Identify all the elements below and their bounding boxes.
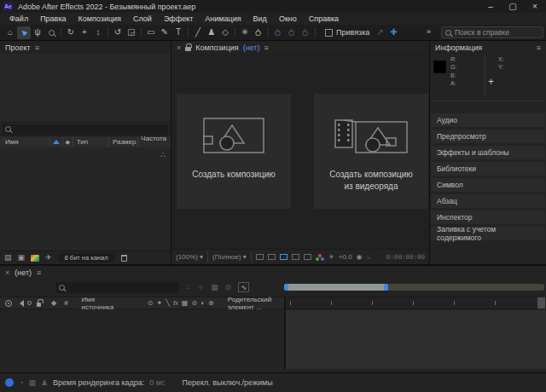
snap-options-icon[interactable]: ↗ <box>373 26 386 39</box>
lock-icon[interactable] <box>185 47 191 51</box>
menu-edit[interactable]: Правка <box>34 14 72 23</box>
home-icon[interactable]: ⌂ <box>3 26 17 39</box>
exposure-icon[interactable]: ☀ <box>328 253 334 261</box>
adjustment-switch-icon[interactable]: ◐ <box>200 299 205 307</box>
minimize-button[interactable]: – <box>479 0 502 13</box>
menu-composition[interactable]: Композиция <box>73 14 127 23</box>
timeline-tab-label[interactable]: (нет) <box>15 268 32 277</box>
timecode-display[interactable]: 0:00:00:00 <box>386 253 425 261</box>
menu-layer[interactable]: Слой <box>127 14 158 23</box>
snapshot-icon[interactable]: ◔ <box>19 379 23 387</box>
zoom-select[interactable]: (100%) ▾ <box>176 253 203 261</box>
snapshot-camera-icon[interactable]: ◉ <box>357 253 363 261</box>
menu-help[interactable]: Справка <box>303 14 345 23</box>
rotation-tool-icon[interactable]: ↺ <box>111 26 125 39</box>
column-type[interactable]: Тип <box>77 138 88 146</box>
puppet-pin-tool-icon[interactable]: Ϙ <box>252 26 265 39</box>
layer-list-area[interactable] <box>0 310 284 369</box>
work-area-bar[interactable] <box>284 284 544 291</box>
dock-tab-inspector[interactable]: Инспектор <box>431 210 545 224</box>
frame-blend-switch-icon[interactable]: ▦ <box>182 299 189 307</box>
new-folder-icon[interactable]: ▣ <box>18 254 26 262</box>
maximize-button[interactable]: ▢ <box>502 0 524 13</box>
quality-switch-icon[interactable]: ⊙ <box>148 299 154 307</box>
column-number[interactable]: # <box>64 299 67 307</box>
zoom-tool-icon[interactable] <box>44 26 58 39</box>
project-settings-icon[interactable]: ✈ <box>45 254 52 262</box>
create-composition-button[interactable]: Создать композицию <box>177 94 291 209</box>
pen-tool-icon[interactable]: ✎ <box>158 26 171 39</box>
menu-view[interactable]: Вид <box>247 14 273 23</box>
create-composition-from-footage-button[interactable]: Создать композицию из видеоряда <box>314 94 428 209</box>
dock-tab-libraries[interactable]: Библиотеки <box>431 162 545 176</box>
help-search-input[interactable] <box>455 28 539 37</box>
selection-tool-icon[interactable]: ► <box>17 26 31 39</box>
hand-tool-icon[interactable]: ψ <box>31 26 44 39</box>
3d-view-icon[interactable]: ∟ <box>367 253 374 261</box>
panel-menu-icon[interactable]: ≡ <box>537 43 541 52</box>
menu-animation[interactable]: Анимация <box>199 14 247 23</box>
fx-switch-icon[interactable]: fx <box>173 299 178 307</box>
layer-track-area[interactable] <box>286 310 546 369</box>
timeline-search-box[interactable] <box>55 282 179 293</box>
motion-blur-switch-icon[interactable]: ⊘ <box>191 299 197 307</box>
timeline-scrollbar[interactable] <box>537 297 545 308</box>
menu-window[interactable]: Окно <box>273 14 303 23</box>
graph-editor-icon[interactable]: ∿ <box>238 282 249 292</box>
mini-flowchart-icon[interactable]: ∴ <box>186 284 191 291</box>
pan-camera-icon[interactable]: + <box>78 26 91 39</box>
channel-select-icon[interactable] <box>316 254 324 261</box>
menu-file[interactable]: Файл <box>3 14 34 23</box>
project-items-area[interactable]: ∴ <box>0 147 171 250</box>
dock-tab-character[interactable]: Символ <box>431 178 545 192</box>
draft-switch-icon[interactable]: ╲ <box>166 299 170 307</box>
info-panel-title[interactable]: Информация <box>435 43 482 52</box>
toolbar-overflow-icon[interactable]: » <box>427 27 431 36</box>
time-ruler[interactable] <box>286 297 537 309</box>
close-tab-icon[interactable]: × <box>5 268 9 277</box>
column-name[interactable]: Имя <box>5 138 19 146</box>
timeline-search-input[interactable] <box>67 284 176 291</box>
bit-depth-button[interactable]: 8 бит на канал <box>58 253 115 262</box>
work-area-handle[interactable] <box>284 284 388 291</box>
column-size[interactable]: Размер <box>113 138 136 146</box>
tag-icon[interactable]: ◆ <box>51 300 56 307</box>
visibility-eye-icon[interactable] <box>5 300 12 307</box>
frame-blending-icon[interactable]: ⊘ <box>225 284 232 291</box>
column-source-name[interactable]: Имя источника <box>82 296 115 311</box>
pan-behind-tool-icon[interactable]: ◲ <box>125 26 138 39</box>
project-search-box[interactable] <box>3 124 168 135</box>
frame-blending-icon[interactable]: ▦ <box>28 379 36 387</box>
motion-blur-icon[interactable]: ♟ <box>41 379 48 387</box>
tag-icon[interactable]: ◆ <box>65 139 69 146</box>
work-area-end-handle[interactable] <box>384 284 388 291</box>
clone-stamp-tool-icon[interactable]: ♟ <box>205 26 218 39</box>
close-button[interactable]: × <box>524 0 546 13</box>
resolution-select[interactable]: (Полное) ▾ <box>212 253 247 261</box>
sort-ascending-icon[interactable] <box>53 140 60 144</box>
draft-3d-icon[interactable]: ✧ <box>198 284 205 291</box>
dock-tab-paragraph[interactable]: Абзац <box>431 194 545 208</box>
exposure-value[interactable]: +0.0 <box>339 253 352 261</box>
orbit-camera-icon[interactable]: ↻ <box>64 26 78 39</box>
mask-visibility-icon[interactable] <box>280 254 288 260</box>
grid-options-icon[interactable]: ✚ <box>386 26 400 39</box>
roto-brush-tool-icon[interactable]: ✳ <box>238 26 252 39</box>
type-tool-icon[interactable]: T <box>171 26 185 39</box>
dolly-camera-icon[interactable]: ↕ <box>91 26 105 39</box>
dock-tab-effects-presets[interactable]: Эффекты и шаблоны <box>431 146 545 159</box>
collapse-switch-icon[interactable]: ✦ <box>156 299 162 307</box>
panel-menu-icon[interactable]: ≡ <box>264 43 269 52</box>
interpret-footage-icon[interactable]: ▤ <box>4 254 12 262</box>
dock-tab-preview[interactable]: Предпросмотр <box>431 130 545 143</box>
work-area-start-handle[interactable] <box>284 284 288 291</box>
brush-tool-icon[interactable]: ╱ <box>191 26 205 39</box>
eraser-tool-icon[interactable]: ◇ <box>218 26 232 39</box>
new-composition-icon[interactable] <box>31 255 39 262</box>
guides-icon[interactable] <box>292 254 299 260</box>
region-of-interest-icon[interactable] <box>256 254 264 260</box>
close-tab-icon[interactable]: × <box>177 43 181 52</box>
project-panel-title[interactable]: Проект <box>5 43 31 52</box>
panel-menu-icon[interactable]: ≡ <box>35 43 39 52</box>
composition-tab-label[interactable]: Композиция <box>195 43 238 52</box>
